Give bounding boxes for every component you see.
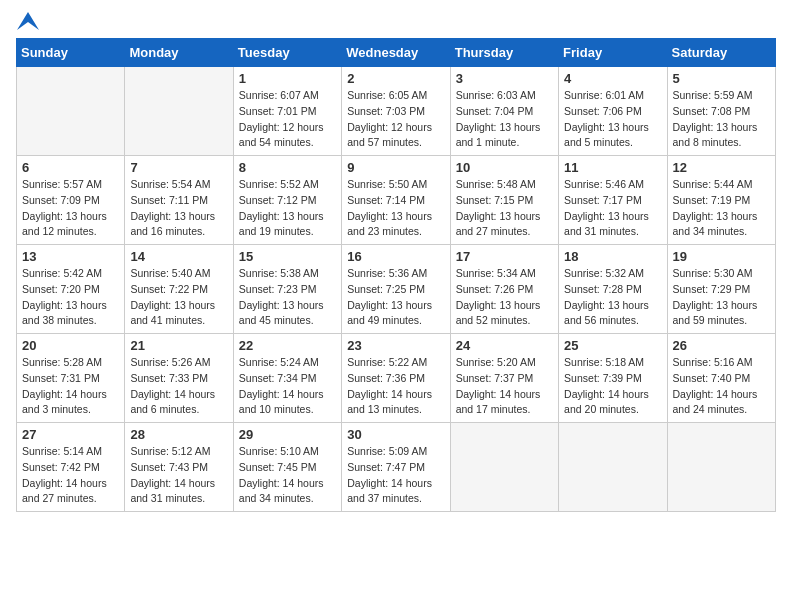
day-info: Sunrise: 5:24 AMSunset: 7:34 PMDaylight:… — [239, 355, 336, 418]
day-number: 21 — [130, 338, 227, 353]
calendar-cell — [450, 423, 558, 512]
day-info: Sunrise: 5:12 AMSunset: 7:43 PMDaylight:… — [130, 444, 227, 507]
day-info: Sunrise: 6:01 AMSunset: 7:06 PMDaylight:… — [564, 88, 661, 151]
day-number: 3 — [456, 71, 553, 86]
calendar-cell: 24Sunrise: 5:20 AMSunset: 7:37 PMDayligh… — [450, 334, 558, 423]
day-number: 1 — [239, 71, 336, 86]
day-number: 9 — [347, 160, 444, 175]
day-info: Sunrise: 6:03 AMSunset: 7:04 PMDaylight:… — [456, 88, 553, 151]
day-number: 26 — [673, 338, 770, 353]
calendar-cell — [125, 67, 233, 156]
day-info: Sunrise: 5:34 AMSunset: 7:26 PMDaylight:… — [456, 266, 553, 329]
weekday-header-row: SundayMondayTuesdayWednesdayThursdayFrid… — [17, 39, 776, 67]
page-header — [16, 16, 776, 26]
day-info: Sunrise: 6:07 AMSunset: 7:01 PMDaylight:… — [239, 88, 336, 151]
calendar-cell: 29Sunrise: 5:10 AMSunset: 7:45 PMDayligh… — [233, 423, 341, 512]
calendar-cell: 1Sunrise: 6:07 AMSunset: 7:01 PMDaylight… — [233, 67, 341, 156]
logo — [16, 16, 39, 26]
logo-bird-icon — [17, 12, 39, 30]
calendar-cell: 3Sunrise: 6:03 AMSunset: 7:04 PMDaylight… — [450, 67, 558, 156]
day-info: Sunrise: 5:46 AMSunset: 7:17 PMDaylight:… — [564, 177, 661, 240]
day-info: Sunrise: 5:48 AMSunset: 7:15 PMDaylight:… — [456, 177, 553, 240]
calendar-table: SundayMondayTuesdayWednesdayThursdayFrid… — [16, 38, 776, 512]
weekday-header-saturday: Saturday — [667, 39, 775, 67]
calendar-cell: 11Sunrise: 5:46 AMSunset: 7:17 PMDayligh… — [559, 156, 667, 245]
day-info: Sunrise: 5:28 AMSunset: 7:31 PMDaylight:… — [22, 355, 119, 418]
calendar-cell: 12Sunrise: 5:44 AMSunset: 7:19 PMDayligh… — [667, 156, 775, 245]
weekday-header-sunday: Sunday — [17, 39, 125, 67]
day-number: 12 — [673, 160, 770, 175]
day-info: Sunrise: 5:36 AMSunset: 7:25 PMDaylight:… — [347, 266, 444, 329]
day-number: 20 — [22, 338, 119, 353]
calendar-cell: 10Sunrise: 5:48 AMSunset: 7:15 PMDayligh… — [450, 156, 558, 245]
weekday-header-monday: Monday — [125, 39, 233, 67]
day-info: Sunrise: 5:10 AMSunset: 7:45 PMDaylight:… — [239, 444, 336, 507]
day-number: 25 — [564, 338, 661, 353]
day-number: 16 — [347, 249, 444, 264]
weekday-header-friday: Friday — [559, 39, 667, 67]
day-info: Sunrise: 5:42 AMSunset: 7:20 PMDaylight:… — [22, 266, 119, 329]
calendar-cell — [559, 423, 667, 512]
day-info: Sunrise: 5:57 AMSunset: 7:09 PMDaylight:… — [22, 177, 119, 240]
day-number: 23 — [347, 338, 444, 353]
day-number: 7 — [130, 160, 227, 175]
week-row-2: 6Sunrise: 5:57 AMSunset: 7:09 PMDaylight… — [17, 156, 776, 245]
weekday-header-tuesday: Tuesday — [233, 39, 341, 67]
day-number: 30 — [347, 427, 444, 442]
calendar-cell: 18Sunrise: 5:32 AMSunset: 7:28 PMDayligh… — [559, 245, 667, 334]
calendar-cell: 2Sunrise: 6:05 AMSunset: 7:03 PMDaylight… — [342, 67, 450, 156]
calendar-cell: 28Sunrise: 5:12 AMSunset: 7:43 PMDayligh… — [125, 423, 233, 512]
day-info: Sunrise: 5:20 AMSunset: 7:37 PMDaylight:… — [456, 355, 553, 418]
day-info: Sunrise: 5:40 AMSunset: 7:22 PMDaylight:… — [130, 266, 227, 329]
day-info: Sunrise: 5:09 AMSunset: 7:47 PMDaylight:… — [347, 444, 444, 507]
day-info: Sunrise: 5:16 AMSunset: 7:40 PMDaylight:… — [673, 355, 770, 418]
day-number: 11 — [564, 160, 661, 175]
calendar-cell: 8Sunrise: 5:52 AMSunset: 7:12 PMDaylight… — [233, 156, 341, 245]
day-number: 29 — [239, 427, 336, 442]
calendar-cell: 19Sunrise: 5:30 AMSunset: 7:29 PMDayligh… — [667, 245, 775, 334]
calendar-cell: 25Sunrise: 5:18 AMSunset: 7:39 PMDayligh… — [559, 334, 667, 423]
calendar-cell — [667, 423, 775, 512]
day-number: 19 — [673, 249, 770, 264]
calendar-cell: 27Sunrise: 5:14 AMSunset: 7:42 PMDayligh… — [17, 423, 125, 512]
day-number: 5 — [673, 71, 770, 86]
calendar-cell: 30Sunrise: 5:09 AMSunset: 7:47 PMDayligh… — [342, 423, 450, 512]
weekday-header-thursday: Thursday — [450, 39, 558, 67]
calendar-cell: 6Sunrise: 5:57 AMSunset: 7:09 PMDaylight… — [17, 156, 125, 245]
day-number: 24 — [456, 338, 553, 353]
svg-marker-0 — [17, 12, 39, 30]
day-info: Sunrise: 5:52 AMSunset: 7:12 PMDaylight:… — [239, 177, 336, 240]
day-info: Sunrise: 5:26 AMSunset: 7:33 PMDaylight:… — [130, 355, 227, 418]
calendar-cell: 21Sunrise: 5:26 AMSunset: 7:33 PMDayligh… — [125, 334, 233, 423]
calendar-cell: 13Sunrise: 5:42 AMSunset: 7:20 PMDayligh… — [17, 245, 125, 334]
calendar-cell: 14Sunrise: 5:40 AMSunset: 7:22 PMDayligh… — [125, 245, 233, 334]
day-number: 2 — [347, 71, 444, 86]
calendar-cell: 4Sunrise: 6:01 AMSunset: 7:06 PMDaylight… — [559, 67, 667, 156]
day-number: 22 — [239, 338, 336, 353]
day-info: Sunrise: 5:38 AMSunset: 7:23 PMDaylight:… — [239, 266, 336, 329]
day-number: 13 — [22, 249, 119, 264]
calendar-cell: 23Sunrise: 5:22 AMSunset: 7:36 PMDayligh… — [342, 334, 450, 423]
weekday-header-wednesday: Wednesday — [342, 39, 450, 67]
day-info: Sunrise: 6:05 AMSunset: 7:03 PMDaylight:… — [347, 88, 444, 151]
week-row-1: 1Sunrise: 6:07 AMSunset: 7:01 PMDaylight… — [17, 67, 776, 156]
calendar-cell: 5Sunrise: 5:59 AMSunset: 7:08 PMDaylight… — [667, 67, 775, 156]
calendar-cell: 16Sunrise: 5:36 AMSunset: 7:25 PMDayligh… — [342, 245, 450, 334]
day-number: 18 — [564, 249, 661, 264]
calendar-cell: 17Sunrise: 5:34 AMSunset: 7:26 PMDayligh… — [450, 245, 558, 334]
day-number: 14 — [130, 249, 227, 264]
week-row-3: 13Sunrise: 5:42 AMSunset: 7:20 PMDayligh… — [17, 245, 776, 334]
week-row-5: 27Sunrise: 5:14 AMSunset: 7:42 PMDayligh… — [17, 423, 776, 512]
calendar-cell: 22Sunrise: 5:24 AMSunset: 7:34 PMDayligh… — [233, 334, 341, 423]
day-number: 10 — [456, 160, 553, 175]
day-info: Sunrise: 5:32 AMSunset: 7:28 PMDaylight:… — [564, 266, 661, 329]
day-info: Sunrise: 5:50 AMSunset: 7:14 PMDaylight:… — [347, 177, 444, 240]
day-number: 4 — [564, 71, 661, 86]
week-row-4: 20Sunrise: 5:28 AMSunset: 7:31 PMDayligh… — [17, 334, 776, 423]
calendar-cell: 26Sunrise: 5:16 AMSunset: 7:40 PMDayligh… — [667, 334, 775, 423]
calendar-cell: 20Sunrise: 5:28 AMSunset: 7:31 PMDayligh… — [17, 334, 125, 423]
day-number: 17 — [456, 249, 553, 264]
day-info: Sunrise: 5:18 AMSunset: 7:39 PMDaylight:… — [564, 355, 661, 418]
day-info: Sunrise: 5:54 AMSunset: 7:11 PMDaylight:… — [130, 177, 227, 240]
calendar-cell: 15Sunrise: 5:38 AMSunset: 7:23 PMDayligh… — [233, 245, 341, 334]
